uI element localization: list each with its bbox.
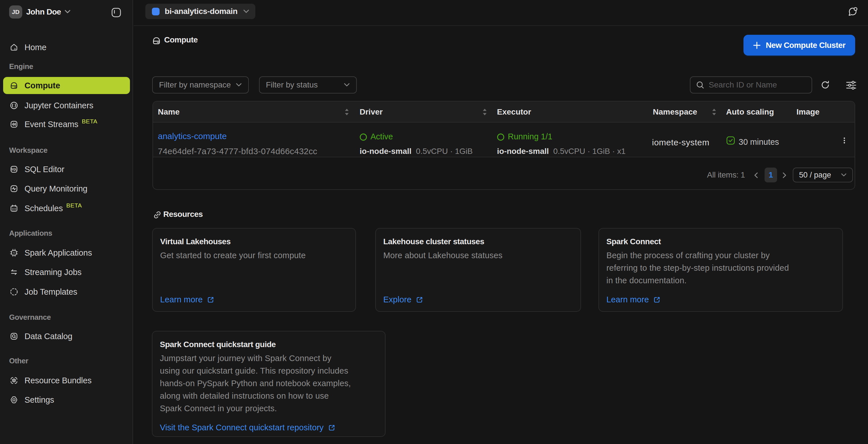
svg-text:SQL: SQL: [11, 168, 17, 171]
